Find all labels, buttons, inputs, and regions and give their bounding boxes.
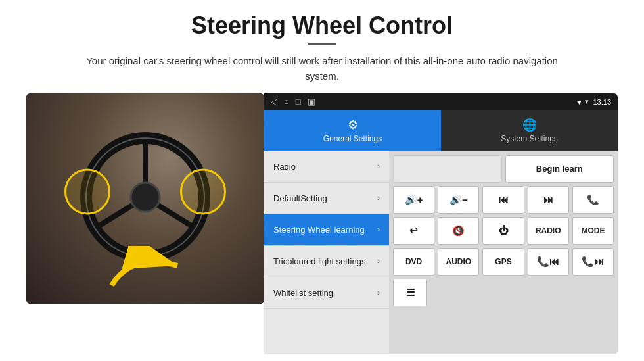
page-subtitle: Your original car's steering wheel contr…: [72, 53, 572, 84]
yellow-circle-left: [64, 168, 110, 214]
control-row-5: ☰: [393, 279, 614, 306]
mode-button[interactable]: MODE: [572, 217, 614, 245]
mode-label: MODE: [581, 226, 605, 235]
svg-point-4: [131, 183, 160, 212]
menu-list-button[interactable]: ☰: [393, 279, 427, 306]
radio-label: RADIO: [536, 226, 561, 235]
control-row-2: 🔊+ 🔊− ⏮ ⏭ 📞: [393, 186, 614, 214]
control-row-4: DVD AUDIO GPS 📞⏮ 📞⏭: [393, 248, 614, 276]
vol-down-button[interactable]: 🔊−: [438, 186, 479, 214]
title-divider: [308, 43, 336, 45]
audio-label: AUDIO: [446, 257, 471, 266]
menu-item-steering[interactable]: Steering Wheel learning ›: [264, 214, 389, 246]
android-panel: ◁ ○ □ ▣ ♥ ▾ 13:13 ⚙ General Settings: [264, 93, 618, 355]
chevron-icon: ›: [377, 225, 380, 234]
phone-next-button[interactable]: 📞⏭: [572, 248, 614, 276]
audio-button[interactable]: AUDIO: [438, 248, 479, 276]
tab-system-label: System Settings: [501, 134, 558, 143]
control-panel: Begin learn 🔊+ 🔊− ⏮: [389, 151, 618, 355]
hangup-button[interactable]: ↩: [393, 217, 434, 245]
menu-list-icon: ☰: [406, 287, 415, 299]
mute-icon: 🔇: [452, 225, 465, 237]
signal-icon: ♥: [577, 98, 582, 106]
phone-button[interactable]: 📞: [572, 186, 614, 214]
settings-main: Radio › DefaultSetting › Steering Wheel …: [264, 151, 618, 355]
settings-tabs: ⚙ General Settings 🌐 System Settings: [264, 110, 618, 151]
empty-slot: [393, 155, 502, 183]
control-row-3: ↩ 🔇 ⏻ RADIO MODE: [393, 217, 614, 245]
menu-left: Radio › DefaultSetting › Steering Wheel …: [264, 151, 389, 355]
screenshot-icon: ▣: [308, 97, 315, 107]
mute-button[interactable]: 🔇: [438, 217, 479, 245]
menu-label-tricoloured: Tricoloured light settings: [273, 256, 365, 266]
prev-track-button[interactable]: ⏮: [482, 186, 524, 214]
content-area: ◁ ○ □ ▣ ♥ ▾ 13:13 ⚙ General Settings: [26, 93, 618, 355]
back-icon: ◁: [271, 97, 277, 107]
control-row-1: Begin learn: [393, 155, 614, 183]
home-icon: ○: [284, 97, 289, 107]
status-bar: ◁ ○ □ ▣ ♥ ▾ 13:13: [264, 93, 618, 110]
menu-item-radio[interactable]: Radio ›: [264, 151, 389, 183]
menu-label-defaultsetting: DefaultSetting: [273, 193, 327, 203]
arrow-svg: [105, 246, 191, 299]
menu-item-tricoloured[interactable]: Tricoloured light settings ›: [264, 246, 389, 277]
menu-label-whitelist: Whitelist setting: [273, 288, 333, 298]
vol-down-icon: 🔊−: [449, 194, 468, 206]
power-button[interactable]: ⏻: [482, 217, 524, 245]
chevron-icon: ›: [377, 288, 380, 297]
gps-label: GPS: [495, 257, 511, 266]
power-icon: ⏻: [499, 225, 509, 236]
hangup-icon: ↩: [409, 225, 418, 237]
dvd-button[interactable]: DVD: [393, 248, 434, 276]
tab-system[interactable]: 🌐 System Settings: [441, 110, 618, 151]
menu-item-whitelist[interactable]: Whitelist setting ›: [264, 277, 389, 309]
phone-prev-icon: 📞⏮: [537, 256, 559, 268]
next-track-icon: ⏭: [543, 194, 553, 205]
phone-next-icon: 📞⏭: [582, 256, 604, 268]
dvd-label: DVD: [405, 257, 422, 266]
vol-up-icon: 🔊+: [405, 194, 423, 206]
next-track-button[interactable]: ⏭: [528, 186, 569, 214]
yellow-circle-right: [180, 168, 226, 214]
menu-item-defaultsetting[interactable]: DefaultSetting ›: [264, 183, 389, 214]
chevron-icon: ›: [377, 162, 380, 171]
tab-general-label: General Settings: [323, 134, 382, 143]
vol-up-button[interactable]: 🔊+: [393, 186, 434, 214]
status-bar-right: ♥ ▾ 13:13: [577, 97, 611, 106]
menu-label-radio: Radio: [273, 162, 296, 172]
phone-prev-button[interactable]: 📞⏮: [528, 248, 569, 276]
chevron-icon: ›: [377, 256, 380, 266]
system-settings-icon: 🌐: [522, 118, 537, 132]
steering-wheel-image: [26, 93, 264, 304]
chevron-icon: ›: [377, 193, 380, 203]
recents-icon: □: [296, 97, 301, 107]
radio-button[interactable]: RADIO: [528, 217, 569, 245]
phone-icon: 📞: [587, 194, 599, 206]
prev-track-icon: ⏮: [499, 194, 509, 205]
page-container: Steering Wheel Control Your original car…: [0, 0, 644, 361]
status-bar-left: ◁ ○ □ ▣: [271, 97, 315, 107]
tab-general[interactable]: ⚙ General Settings: [264, 110, 441, 151]
page-title: Steering Wheel Control: [191, 12, 453, 39]
menu-label-steering: Steering Wheel learning: [273, 225, 365, 235]
begin-learn-button[interactable]: Begin learn: [505, 155, 614, 183]
general-settings-icon: ⚙: [348, 118, 358, 132]
clock: 13:13: [593, 98, 611, 106]
wifi-icon: ▾: [585, 97, 589, 106]
gps-button[interactable]: GPS: [482, 248, 524, 276]
